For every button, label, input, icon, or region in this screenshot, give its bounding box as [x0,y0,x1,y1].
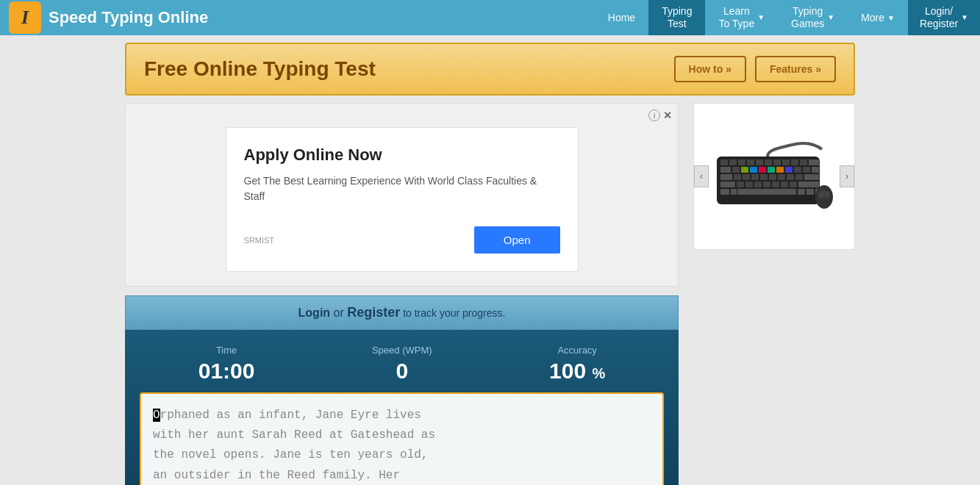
ad-container: i ✕ Apply Online Now Get The Best Learni… [125,103,679,287]
ad-close-icon[interactable]: ✕ [663,109,672,121]
svg-rect-6 [765,159,772,165]
nav-home[interactable]: Home [595,0,648,35]
svg-rect-41 [798,182,819,187]
nav-login-register[interactable]: Login/Register ▼ [908,0,980,35]
accuracy-value: 100 % [549,359,605,384]
svg-rect-28 [769,174,776,180]
svg-point-51 [824,191,830,198]
more-chevron-icon: ▼ [887,14,895,22]
logo-icon: I [9,1,41,34]
banner: Free Online Typing Test How to » Feature… [125,43,855,96]
svg-rect-18 [776,167,784,173]
svg-rect-8 [782,159,790,165]
sidebar-right: ‹ [693,103,855,485]
svg-rect-13 [732,167,740,173]
register-link[interactable]: Register [347,305,400,320]
svg-rect-23 [720,174,732,180]
login-chevron-icon: ▼ [961,13,968,22]
svg-rect-5 [756,159,763,165]
ad-open-button[interactable]: Open [474,226,560,254]
track-text: to track your progress. [400,307,505,319]
svg-rect-26 [751,174,759,180]
carousel-next-button[interactable]: › [840,165,854,187]
svg-rect-39 [781,182,788,187]
svg-rect-29 [778,174,785,180]
typing-text: rphaned as an infant, Jane Eyre liveswit… [153,409,435,482]
svg-rect-24 [734,174,741,180]
main-nav: Home TypingTest LearnTo Type ▼ TypingGam… [595,0,980,35]
svg-rect-46 [806,189,814,195]
typing-area: Time 01:00 Speed (WPM) 0 Accuracy 100 % … [125,330,679,485]
svg-rect-37 [763,182,770,187]
speed-label: Speed (WPM) [372,345,432,356]
svg-rect-2 [729,159,737,165]
header: I Speed Typing Online Home TypingTest Le… [0,0,980,35]
svg-rect-30 [787,174,794,180]
svg-rect-31 [795,174,803,180]
svg-rect-12 [720,167,731,173]
ad-info-icon[interactable]: i [648,109,660,121]
keyboard-ad: ‹ [693,103,855,250]
nav-typing-games[interactable]: TypingGames ▼ [778,0,848,35]
svg-rect-11 [809,159,819,165]
login-link[interactable]: Login [298,306,331,319]
svg-rect-35 [745,182,753,187]
ad-controls: i ✕ [648,109,672,121]
nav-more[interactable]: More ▼ [848,0,908,35]
svg-rect-38 [772,182,779,187]
svg-rect-43 [720,189,729,195]
features-button[interactable]: Features » [755,56,836,82]
main-content: i ✕ Apply Online Now Get The Best Learni… [125,103,855,485]
ad-heading: Apply Online Now [244,146,560,165]
nav-typing-test[interactable]: TypingTest [648,0,705,35]
keyboard-image [715,140,833,213]
ad-inner: Apply Online Now Get The Best Learning E… [226,127,579,272]
logo-text: Speed Typing Online [49,8,208,27]
time-stat: Time 01:00 [198,345,255,384]
speed-stat: Speed (WPM) 0 [372,345,432,384]
svg-rect-20 [794,167,801,173]
banner-buttons: How to » Features » [674,56,836,82]
svg-rect-32 [804,174,819,180]
svg-rect-19 [785,167,793,173]
accuracy-label: Accuracy [549,345,605,356]
ad-source: SRMIST [244,236,275,245]
svg-rect-45 [798,189,805,195]
svg-rect-15 [750,167,757,173]
carousel-prev-button[interactable]: ‹ [694,165,709,187]
svg-rect-7 [773,159,781,165]
svg-rect-21 [803,167,810,173]
svg-rect-40 [790,182,797,187]
accuracy-stat: Accuracy 100 % [549,345,605,384]
svg-rect-16 [759,167,766,173]
svg-rect-1 [720,159,728,165]
svg-rect-36 [754,182,762,187]
svg-point-50 [818,191,824,198]
svg-rect-4 [747,159,754,165]
learn-chevron-icon: ▼ [757,13,765,22]
ad-body: Get The Best Learning Experience With Wo… [244,173,560,204]
ad-footer: SRMIST Open [244,226,560,254]
svg-rect-22 [812,167,819,173]
how-to-button[interactable]: How to » [674,56,746,82]
svg-rect-33 [720,182,735,187]
login-strip: Login or Register to track your progress… [125,295,679,330]
svg-rect-25 [743,174,750,180]
svg-rect-14 [741,167,748,173]
content-left: i ✕ Apply Online Now Get The Best Learni… [125,103,679,485]
svg-rect-34 [737,182,744,187]
time-value: 01:00 [198,359,255,384]
cursor-char: O [153,409,160,422]
nav-learn-to-type[interactable]: LearnTo Type ▼ [705,0,778,35]
typing-box[interactable]: Orphaned as an infant, Jane Eyre liveswi… [140,392,664,485]
svg-rect-3 [738,159,745,165]
banner-title: Free Online Typing Test [144,57,376,81]
svg-rect-17 [768,167,775,173]
svg-rect-10 [800,159,807,165]
games-chevron-icon: ▼ [827,13,834,22]
svg-point-48 [815,185,833,209]
logo-link[interactable]: I Speed Typing Online [0,1,217,34]
or-text: or [330,306,347,319]
svg-rect-44 [731,189,737,195]
speed-value: 0 [372,359,432,384]
